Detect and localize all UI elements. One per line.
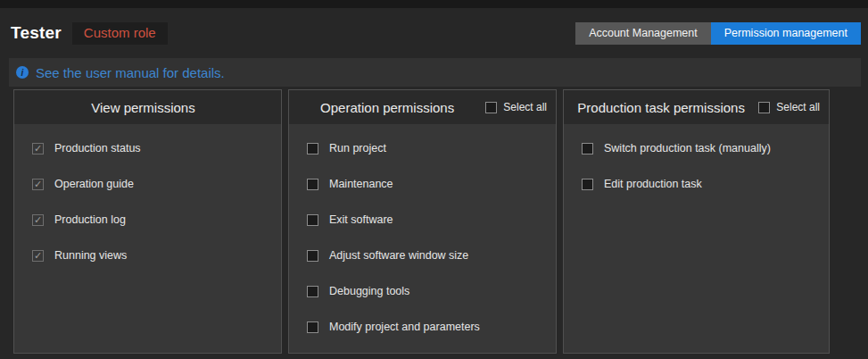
checkbox-production-log: ✓ [32,214,44,226]
permission-row: ✓ Production status [32,130,281,166]
permission-label: Debugging tools [329,285,409,297]
permission-label: Switch production task (manually) [604,142,771,154]
checkbox-run-project[interactable]: ✓ [307,143,318,154]
checkbox-adjust-window-size[interactable]: ✓ [307,250,318,262]
panel-production-task-permissions-body: ✓ Switch production task (manually) ✓ Ed… [564,124,829,353]
check-icon: ✓ [34,215,42,225]
checkbox-maintenance[interactable]: ✓ [307,179,318,190]
select-all-operation[interactable]: ✓ Select all [485,101,547,113]
permission-label: Operation guide [54,178,134,190]
role-badge: Custom role [72,22,168,45]
panel-view-permissions: View permissions ✓ Production status ✓ O… [13,89,282,354]
window-top-strip [0,0,868,8]
checkbox-running-views: ✓ [32,250,44,262]
panel-view-permissions-body: ✓ Production status ✓ Operation guide ✓ … [14,124,281,353]
permission-label: Running views [54,249,127,262]
panel-operation-permissions-body: ✓ Run project ✓ Maintenance ✓ Exit softw… [289,124,556,353]
checkbox-operation-guide: ✓ [32,179,44,190]
permission-management-screen: Tester Custom role Account Management Pe… [0,0,868,359]
user-manual-link[interactable]: See the user manual for details. [36,65,225,80]
select-all-production-task-checkbox[interactable]: ✓ [758,102,770,113]
panel-production-task-permissions: Production task permissions ✓ Select all… [563,89,830,354]
permission-label: Production log [54,213,126,226]
checkbox-debugging-tools[interactable]: ✓ [307,286,318,297]
permission-row: ✓ Production log [32,202,281,238]
page-title: Tester [11,23,62,43]
select-all-operation-checkbox[interactable]: ✓ [485,102,497,113]
checkbox-modify-project-parameters[interactable]: ✓ [307,321,318,333]
checkbox-exit-software[interactable]: ✓ [307,214,318,226]
permission-row: ✓ Debugging tools [307,273,556,309]
panel-title: Operation permissions [289,100,485,115]
header-left: Tester Custom role [11,22,168,45]
panel-operation-permissions-header: Operation permissions ✓ Select all [289,90,556,124]
panel-view-permissions-header: View permissions [14,90,281,124]
info-icon: i [16,66,29,79]
tab-permission-management[interactable]: Permission management [711,22,861,45]
permission-row: ✓ Run project [307,130,556,166]
select-all-production-task[interactable]: ✓ Select all [758,101,820,113]
permission-label: Production status [54,142,141,154]
panel-title: View permissions [14,100,272,115]
permission-label: Adjust software window size [329,249,468,262]
panel-production-task-permissions-header: Production task permissions ✓ Select all [564,90,829,124]
permission-row: ✓ Maintenance [307,166,556,202]
check-icon: ✓ [34,180,42,189]
permission-label: Run project [329,142,386,154]
permission-row: ✓ Adjust software window size [307,238,556,273]
permission-row: ✓ Switch production task (manually) [582,130,829,166]
permission-label: Exit software [329,213,393,226]
permission-row: ✓ Running views [32,238,281,273]
panel-title: Production task permissions [564,100,758,115]
header-tabs: Account Management Permission management [575,22,861,45]
header: Tester Custom role Account Management Pe… [0,8,868,58]
select-all-label: Select all [503,101,547,113]
panel-operation-permissions: Operation permissions ✓ Select all ✓ Run… [288,89,557,354]
permission-row: ✓ Exit software [307,202,556,238]
check-icon: ✓ [34,251,42,261]
checkbox-production-status: ✓ [32,143,44,154]
permission-label: Modify project and parameters [329,321,480,333]
tab-account-management[interactable]: Account Management [575,22,711,45]
permission-panels: View permissions ✓ Production status ✓ O… [13,89,868,354]
permission-label: Maintenance [329,178,393,190]
checkbox-edit-production-task[interactable]: ✓ [582,179,593,190]
permission-row: ✓ Operation guide [32,166,281,202]
checkbox-switch-production-task[interactable]: ✓ [582,143,593,154]
permission-label: Edit production task [604,178,702,190]
select-all-label: Select all [776,101,820,113]
info-banner: i See the user manual for details. [9,58,861,87]
permission-row: ✓ Edit production task [582,166,829,202]
permission-row: ✓ Modify project and parameters [307,309,556,345]
check-icon: ✓ [34,144,42,154]
